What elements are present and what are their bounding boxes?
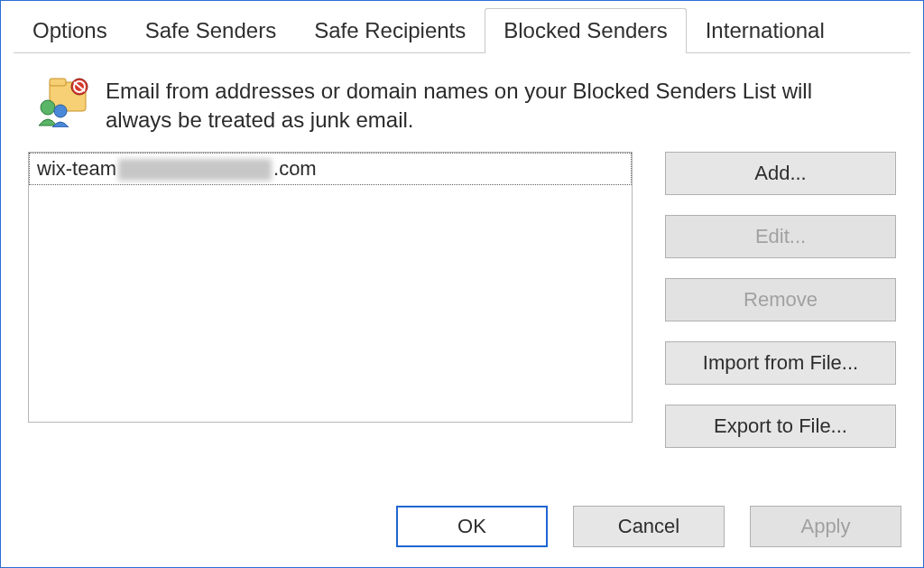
list-item-right: .com <box>273 157 317 180</box>
button-label: Remove <box>744 288 818 312</box>
button-label: Add... <box>754 162 806 185</box>
blocked-senders-icon <box>33 77 89 127</box>
intro-text: Email from addresses or domain names on … <box>106 77 845 135</box>
dialog-button-row: OK Cancel Apply <box>1 479 923 567</box>
tab-international[interactable]: International <box>687 8 844 54</box>
button-label: Cancel <box>618 515 679 538</box>
list-and-buttons-row: wix-team.com Add... Edit... Remove Impor… <box>28 152 896 479</box>
import-from-file-button[interactable]: Import from File... <box>665 341 896 385</box>
svg-point-5 <box>54 105 67 117</box>
button-label: OK <box>457 515 486 538</box>
tab-label: Blocked Senders <box>504 18 667 42</box>
tab-label: International <box>706 18 825 42</box>
tab-label: Safe Senders <box>145 18 276 42</box>
edit-button: Edit... <box>665 215 896 258</box>
svg-point-4 <box>41 100 55 115</box>
list-item-left: wix-team <box>37 157 116 180</box>
list-item-text: wix-team.com <box>37 157 317 181</box>
tab-label: Options <box>32 18 107 42</box>
remove-button: Remove <box>665 278 896 321</box>
svg-rect-1 <box>50 79 66 86</box>
button-label: Edit... <box>755 225 806 248</box>
blocked-senders-listbox[interactable]: wix-team.com <box>28 152 633 423</box>
side-buttons: Add... Edit... Remove Import from File..… <box>665 152 896 448</box>
tab-safe-senders[interactable]: Safe Senders <box>126 8 295 54</box>
ok-button[interactable]: OK <box>396 506 548 547</box>
junk-email-options-dialog: Options Safe Senders Safe Recipients Blo… <box>0 0 924 568</box>
button-label: Export to File... <box>714 414 847 438</box>
export-to-file-button[interactable]: Export to File... <box>665 405 896 448</box>
redacted-segment <box>118 159 272 181</box>
tab-panel-blocked-senders: Email from addresses or domain names on … <box>1 53 923 479</box>
tab-label: Safe Recipients <box>314 18 466 42</box>
tab-safe-recipients[interactable]: Safe Recipients <box>295 8 485 54</box>
tab-strip: Options Safe Senders Safe Recipients Blo… <box>1 1 923 53</box>
list-item[interactable]: wix-team.com <box>29 153 632 185</box>
cancel-button[interactable]: Cancel <box>573 506 725 547</box>
tab-blocked-senders[interactable]: Blocked Senders <box>485 8 686 54</box>
button-label: Import from File... <box>703 351 858 375</box>
tab-options[interactable]: Options <box>14 8 126 54</box>
apply-button: Apply <box>750 506 901 547</box>
button-label: Apply <box>800 515 850 538</box>
add-button[interactable]: Add... <box>665 152 896 195</box>
intro-row: Email from addresses or domain names on … <box>28 71 896 152</box>
